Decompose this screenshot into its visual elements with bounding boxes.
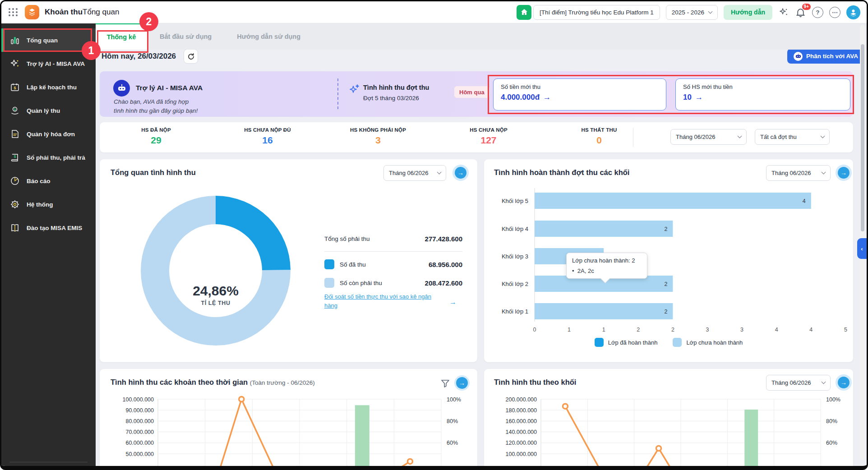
- svg-text:90.000.000: 90.000.000: [125, 407, 154, 414]
- house-icon: [517, 5, 531, 20]
- apps-grid-icon[interactable]: [8, 7, 18, 18]
- collected-row: Số đã thu 68.956.000: [324, 259, 462, 269]
- stats-month-filter[interactable]: Tháng 06/2026: [670, 129, 747, 145]
- notifications-bell[interactable]: 9+: [795, 7, 806, 18]
- stat-hs-chua-nop-du: HS CHƯA NỘP ĐỦ 16: [244, 127, 291, 146]
- ai-sparkle-icon[interactable]: [778, 7, 789, 18]
- grade-month-filter[interactable]: Tháng 06/2026: [766, 375, 831, 391]
- svg-text:60%: 60%: [826, 440, 837, 446]
- overview-detail-button[interactable]: →: [452, 165, 469, 181]
- collected-swatch: [324, 259, 334, 269]
- svg-text:80%: 80%: [826, 418, 837, 424]
- svg-text:60.000.000: 60.000.000: [125, 440, 154, 446]
- ledger-icon: $: [9, 152, 20, 162]
- overview-legend: Tổng số phải thu 277.428.600 Số đã thu 6…: [324, 235, 462, 296]
- svg-text:0: 0: [533, 327, 536, 333]
- sparkle-icon: [9, 59, 20, 69]
- stats-batch-filter[interactable]: Tất cả đợt thu: [755, 129, 830, 145]
- sidebar-item-label: Báo cáo: [27, 178, 51, 184]
- school-year-select[interactable]: 2025 - 2026: [666, 5, 718, 20]
- svg-text:4: 4: [809, 327, 813, 333]
- chevron-down-icon: [821, 134, 825, 138]
- bank-reconcile-arrow[interactable]: →: [449, 298, 457, 306]
- more-icon[interactable]: ⋯: [829, 7, 840, 18]
- sidebar-item-so-phai-thu-phai-tra[interactable]: $ Sổ phải thu, phải trả: [1, 146, 96, 169]
- tab-bar: Thống kê Bắt đầu sử dụng Hướng dẫn sử dụ…: [96, 23, 867, 50]
- svg-text:2: 2: [637, 327, 640, 333]
- completion-month-filter[interactable]: Tháng 06/2026: [766, 165, 831, 181]
- app-logo-icon: [25, 5, 39, 19]
- sidebar-item-label: Lập kế hoạch thu: [27, 84, 77, 91]
- svg-text:80%: 80%: [447, 418, 458, 424]
- overview-month-filter[interactable]: Tháng 06/2026: [383, 165, 446, 181]
- tab-thong-ke[interactable]: Thống kê: [96, 23, 147, 50]
- header-actions: [Thí điểm] Trường tiểu học Edu Platform …: [517, 5, 860, 20]
- school-year-value: 2025 - 2026: [672, 9, 704, 16]
- help-icon[interactable]: ?: [812, 7, 823, 18]
- user-avatar[interactable]: [846, 5, 860, 19]
- svg-text:Khối lớp 4: Khối lớp 4: [502, 226, 528, 232]
- sidebar-item-label: Trợ lý AI - MISA AVA: [27, 60, 85, 67]
- analyze-button-label: Phân tích với AVA: [806, 53, 858, 60]
- svg-text:5: 5: [844, 327, 847, 333]
- svg-text:100%: 100%: [447, 396, 461, 403]
- stats-row: HS ĐÃ NỘP 29 HS CHƯA NỘP ĐỦ 16 HS KHÔNG …: [100, 122, 853, 152]
- page-title: Tổng quan: [83, 8, 119, 17]
- ava-banner-message-2: tình hình thu gần đây giúp bạn!: [114, 107, 198, 114]
- new-students-label: Số HS mới thu tiền: [683, 83, 843, 90]
- legend-incomplete: Lớp chưa hoàn thành: [673, 338, 743, 347]
- banner-status-title: Tình hình thu đợt thu: [363, 84, 429, 91]
- time-detail-button[interactable]: →: [454, 375, 470, 391]
- sidebar-item-quan-ly-hoa-don[interactable]: Quản lý hóa đơn: [1, 122, 96, 146]
- sidebar-item-lap-ke-hoach-thu[interactable]: $ Lập kế hoạch thu: [1, 75, 96, 99]
- notification-badge: 9+: [802, 4, 811, 10]
- school-name: [Thí điểm] Trường tiểu học Edu Platform …: [533, 5, 660, 20]
- completion-detail-button[interactable]: →: [836, 165, 852, 181]
- svg-text:$: $: [14, 107, 16, 111]
- banner-status-subtitle: Đợt 5 tháng 03/2026: [363, 95, 419, 101]
- svg-text:Khối lớp 1: Khối lớp 1: [502, 308, 528, 315]
- scrollbar-thumb[interactable]: [861, 44, 864, 231]
- hand-money-icon: $: [9, 106, 20, 115]
- svg-text:1: 1: [568, 327, 571, 333]
- svg-text:$: $: [14, 154, 16, 159]
- stats-divider: [633, 128, 633, 147]
- chevron-down-icon: [822, 170, 826, 175]
- sidebar-item-label: Đào tạo MISA EMIS: [27, 225, 82, 231]
- guide-button[interactable]: Hướng dẫn: [724, 5, 772, 20]
- completion-bar-chart: 01122334454Khối lớp 52Khối lớp 41Khối lớ…: [484, 186, 853, 335]
- total-receivable-row: Tổng số phải thu 277.428.600: [324, 235, 462, 243]
- arrow-right-icon: →: [695, 93, 703, 102]
- chevron-down-icon: [708, 9, 712, 14]
- grade-detail-button[interactable]: →: [836, 374, 852, 391]
- new-money-value: 4.000.000đ: [501, 93, 540, 102]
- sidebar-item-label: Quản lý thu: [27, 107, 60, 114]
- tab-bat-dau-su-dung[interactable]: Bắt đầu sử dụng: [147, 23, 224, 50]
- svg-text:4: 4: [775, 327, 778, 333]
- sidebar-item-dao-tao-misa-emis[interactable]: Đào tạo MISA EMIS: [1, 216, 96, 240]
- new-money-card[interactable]: Số tiền mới thu 4.000.000đ →: [493, 78, 666, 111]
- overview-card-title: Tổng quan tình hình thu: [111, 168, 196, 177]
- completion-card-title: Tình hình hoàn thành đợt thu các khối: [494, 168, 629, 177]
- legend-divider: [324, 251, 462, 252]
- sidebar-item-he-thong[interactable]: Hệ thống: [1, 193, 96, 216]
- sidebar-item-ai-ava[interactable]: Trợ lý AI - MISA AVA: [1, 52, 96, 75]
- analyze-with-ava-button[interactable]: Phân tích với AVA: [787, 49, 864, 64]
- collection-rate-label: TỈ LỆ THU: [175, 300, 256, 306]
- sidebar-item-bao-cao[interactable]: Báo cáo: [1, 169, 96, 193]
- tab-huong-dan-su-dung[interactable]: Hướng dẫn sử dụng: [224, 23, 313, 50]
- svg-text:3: 3: [740, 327, 743, 333]
- collection-rate-value: 24,86%: [175, 283, 256, 299]
- filter-funnel-icon[interactable]: [440, 378, 450, 388]
- sidebar-item-label: Quản lý hóa đơn: [27, 131, 75, 138]
- bank-reconcile-link[interactable]: Đối soát số tiền thực thu với sao kê ngâ…: [324, 292, 437, 310]
- sparkle-icon: [349, 83, 360, 95]
- collapse-panel-tab[interactable]: ‹: [857, 238, 867, 259]
- stat-hs-that-thu: HS THẤT THU 0: [582, 127, 617, 146]
- svg-text:100.000.000: 100.000.000: [122, 396, 154, 403]
- chevron-down-icon: [822, 380, 826, 384]
- new-students-card[interactable]: Số HS mới thu tiền 10 →: [675, 78, 850, 111]
- refresh-button[interactable]: [184, 49, 198, 64]
- school-selector[interactable]: [Thí điểm] Trường tiểu học Edu Platform …: [517, 5, 660, 20]
- sidebar-item-quan-ly-thu[interactable]: $ Quản lý thu: [1, 99, 96, 122]
